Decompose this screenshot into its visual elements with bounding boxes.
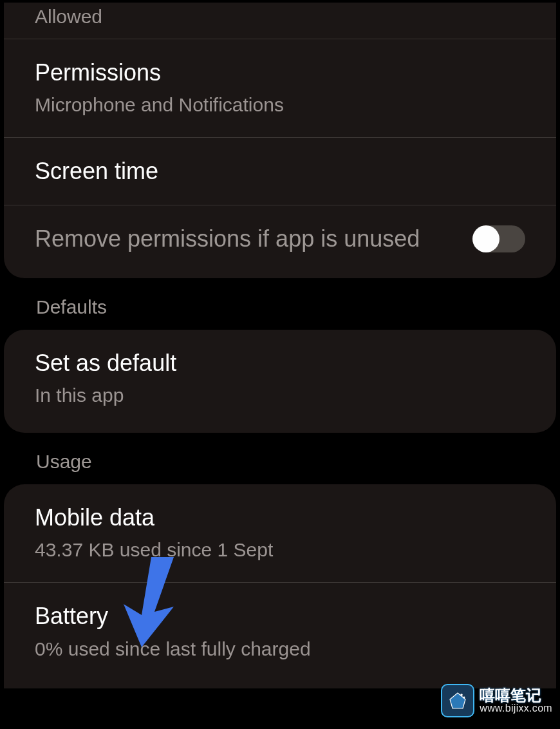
settings-row-battery[interactable]: Battery 0% used since last fully charged — [4, 583, 556, 688]
settings-row-screen-time[interactable]: Screen time — [4, 138, 556, 206]
settings-row-remove-permissions[interactable]: Remove permissions if app is unused — [4, 205, 556, 278]
svg-point-1 — [461, 694, 463, 696]
watermark-url: www.bijixx.com — [480, 703, 552, 714]
permissions-title: Permissions — [35, 57, 525, 89]
toggle-knob-icon — [472, 225, 499, 252]
remove-permissions-title: Remove permissions if app is unused — [35, 223, 420, 255]
settings-row-mobile-data[interactable]: Mobile data 43.37 KB used since 1 Sept — [4, 484, 556, 583]
screen-time-title: Screen time — [35, 156, 525, 187]
set-as-default-title: Set as default — [35, 348, 525, 379]
allowed-subtitle: Allowed — [35, 3, 525, 31]
permissions-subtitle: Microphone and Notifications — [35, 91, 525, 119]
set-as-default-subtitle: In this app — [35, 381, 525, 410]
settings-row-permissions[interactable]: Permissions Microphone and Notifications — [4, 39, 556, 138]
watermark-title: 嘻嘻笔记 — [480, 687, 552, 703]
settings-card-usage: Mobile data 43.37 KB used since 1 Sept B… — [4, 484, 556, 688]
section-header-defaults: Defaults — [0, 278, 560, 330]
watermark-text: 嘻嘻笔记 www.bijixx.com — [480, 687, 552, 714]
watermark-logo-icon — [441, 684, 474, 717]
section-header-usage: Usage — [0, 433, 560, 484]
remove-permissions-toggle[interactable] — [472, 225, 525, 252]
settings-card-1: Allowed Permissions Microphone and Notif… — [4, 3, 556, 278]
svg-marker-0 — [450, 693, 465, 708]
svg-point-2 — [463, 697, 465, 699]
mobile-data-subtitle: 43.37 KB used since 1 Sept — [35, 536, 525, 564]
battery-title: Battery — [35, 601, 525, 632]
settings-row-allowed[interactable]: Allowed — [4, 3, 556, 39]
watermark: 嘻嘻笔记 www.bijixx.com — [441, 684, 552, 717]
mobile-data-title: Mobile data — [35, 502, 525, 534]
settings-row-set-as-default[interactable]: Set as default In this app — [4, 330, 556, 433]
battery-subtitle: 0% used since last fully charged — [35, 635, 525, 663]
settings-card-defaults: Set as default In this app — [4, 330, 556, 433]
